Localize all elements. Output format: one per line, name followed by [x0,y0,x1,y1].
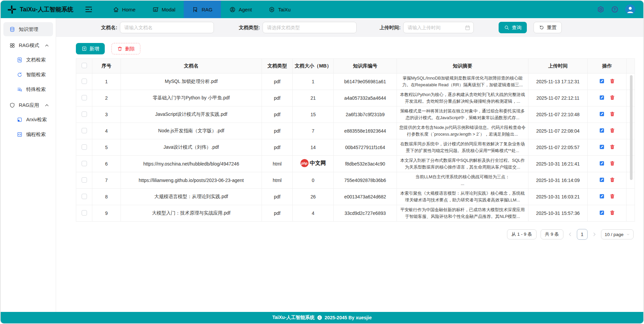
arxiv-icon [17,117,22,123]
trash-icon[interactable] [609,193,615,199]
trash-icon[interactable] [609,210,615,216]
copyright-icon: C [317,315,322,320]
home-icon [113,6,119,13]
nav-item-agent[interactable]: Agent [221,1,260,18]
page-size-select[interactable]: 10 / page [601,229,634,239]
cell-doc-name: JavaScript设计模式与开发实践.pdf [121,106,262,123]
edit-icon[interactable] [599,111,605,117]
search-button[interactable]: 查询 [499,22,527,33]
edit-icon[interactable] [599,193,605,199]
menu-fold-icon[interactable] [84,5,93,14]
chevron-up-icon[interactable] [44,43,50,48]
edit-icon[interactable] [599,128,605,133]
sidebar-item-特殊检索[interactable]: 特殊检索 [1,82,56,97]
cell-kb-id: e883558e16923644 [334,123,397,139]
edit-icon[interactable] [599,177,605,183]
upload-time-input[interactable] [403,22,474,33]
svg-text:?: ? [614,7,616,11]
sidebar-item-智能检索[interactable]: 智能检索 [1,67,56,82]
nav-item-rag[interactable]: RAG [184,1,221,18]
trash-icon[interactable] [609,177,615,183]
filter-bar: 文档名: 文档类型: 上传时间: 查询 重置 [56,18,643,37]
cell-doc-type: pdf [262,106,293,123]
top-navbar: TaiXu-人工智能系统 HomeAIModalRAGAgentTaiXu ? [1,1,643,18]
sidebar-item-Arxiv检索[interactable]: Arxiv检索 [1,112,56,127]
sidebar-item-文档检索[interactable]: 文档检索 [1,52,56,67]
sidebar-item-知识管理[interactable]: 知识管理 [3,22,53,36]
table-row: 7https://lilianweng.github.io/posts/2023… [76,172,635,189]
row-checkbox[interactable] [82,95,87,100]
trash-icon[interactable] [609,128,615,133]
chevron-up-icon[interactable] [44,102,50,108]
settings-icon[interactable] [597,6,604,13]
table-row: 5Java设计模式（刘伟）.pdfpdf1400b45727911f1c64在数… [76,139,635,156]
doc-name-input[interactable] [120,22,214,33]
row-checkbox[interactable] [82,210,87,216]
cell-operations [588,74,627,90]
cell-upload-time: 2025-10-31 16:14:09 [528,172,588,189]
column-header: 上传时间 [528,59,588,74]
cell-summary: 您提供的文本包含Node.js代码示例和错误信息。代码片段检查命令行参数长度（`… [397,123,528,139]
trash-icon[interactable] [609,78,615,84]
help-icon[interactable]: ? [611,6,618,13]
cell-doc-size: 7 [293,123,334,139]
table-row: 2零基础入门学习Python by 小甲鱼.pdfpdf21a4a057332a… [76,90,635,106]
column-header: 文档类型 [262,59,293,74]
select-all-checkbox[interactable] [82,63,87,68]
app-window: TaiXu-人工智能系统 HomeAIModalRAGAgentTaiXu ? … [0,0,644,324]
cell-doc-name: 大模型入门：技术原理与实战应用.pdf [121,205,262,222]
sidebar-item-编程检索[interactable]: 编程检索 [1,127,56,142]
table-scrollbar-thumb[interactable] [630,75,633,180]
chevron-left-icon[interactable] [567,232,573,237]
cell-operations [588,139,627,156]
cell-kb-id: a4a057332a5a4644 [334,90,397,106]
row-checkbox[interactable] [82,144,87,150]
trash-icon[interactable] [609,144,615,150]
delete-button[interactable]: 删除 [111,43,140,54]
doc-type-input[interactable] [263,22,357,33]
cell-kb-id: 2a6f13b7c9f231b9 [334,106,397,123]
footer-brand: TaiXu-人工智能系统 [272,315,315,321]
trash-icon[interactable] [609,111,615,117]
cell-doc-type: pdf [262,123,293,139]
cell-doc-name: Node.js开发指南（文字版）.pdf [121,123,262,139]
cell-upload-time: 2025-11-07 22:08:04 [528,123,588,139]
edit-icon[interactable] [599,210,605,216]
cell-doc-size: 4 [293,205,334,222]
trash-icon[interactable] [609,160,615,166]
cell-upload-time: 2025-10-31 15:57:36 [528,205,588,222]
scrollbar-gutter-cell [627,189,635,205]
row-checkbox[interactable] [82,111,87,117]
sidebar-item-RAG模式[interactable]: RAG模式 [1,38,56,52]
edit-icon[interactable] [599,160,605,166]
plus-square-icon [82,46,87,51]
cell-summary: 掌握MySQL/InnoDB加锁规则是数据库优化与故障排查的核心能力。在Repe… [397,74,528,90]
slack-logo [7,5,16,14]
nav-item-modal[interactable]: AIModal [144,1,184,18]
edit-icon[interactable] [599,144,605,150]
edit-icon[interactable] [599,95,605,100]
trash-outline-icon [117,46,123,51]
sidebar-item-RAG应用[interactable]: RAG应用 [1,98,56,112]
edit-icon[interactable] [599,78,605,84]
cell-doc-size: 0 [293,172,334,189]
trash-icon[interactable] [609,95,615,100]
doc-name-label: 文档名: [101,25,117,31]
nav-item-home[interactable]: Home [104,1,144,18]
row-checkbox[interactable] [82,79,87,84]
cell-doc-size: 26 [293,189,334,205]
pagination-page-1[interactable]: 1 [577,229,588,240]
row-checkbox[interactable] [82,161,87,166]
row-checkbox[interactable] [82,177,87,183]
nav-item-taixu[interactable]: TaiXu [260,1,299,18]
row-checkbox[interactable] [82,194,87,199]
chevron-down-icon [626,233,630,236]
svg-text:C: C [319,316,321,319]
documents-table-body: 1MySQL 加锁处理分析.pdfpdf1b61479e056981a61掌握M… [76,74,635,222]
add-button[interactable]: 新增 [76,43,105,54]
user-avatar-icon[interactable] [625,4,635,14]
cell-index: 7 [92,172,121,189]
reset-button[interactable]: 重置 [534,22,562,33]
row-checkbox[interactable] [82,128,87,133]
chevron-right-icon[interactable] [592,232,597,237]
